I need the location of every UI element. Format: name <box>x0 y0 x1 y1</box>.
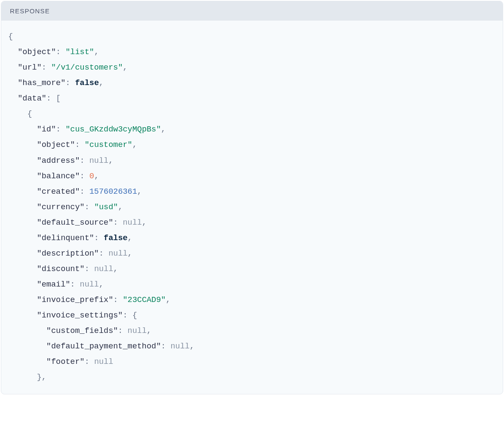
json-key: "url" <box>18 63 42 72</box>
json-key: "balance" <box>37 172 80 181</box>
json-value: null <box>80 280 99 289</box>
json-key: "default_payment_method" <box>46 342 161 351</box>
json-key: "default_source" <box>37 218 114 227</box>
json-key: "description" <box>37 249 99 258</box>
json-value: "cus_GKzddw3cyMQpBs" <box>65 125 161 134</box>
json-value: null <box>123 218 141 227</box>
json-key: "custom_fields" <box>46 326 118 336</box>
json-value: false <box>104 234 128 243</box>
json-value: 0 <box>89 172 94 181</box>
json-value: "list" <box>65 48 94 57</box>
json-key: "currency" <box>37 203 85 212</box>
json-key: "object" <box>18 48 56 57</box>
json-value: false <box>75 79 99 88</box>
json-value: null <box>171 342 190 351</box>
json-key: "footer" <box>46 357 85 366</box>
json-key: "email" <box>37 280 71 289</box>
json-value: null <box>94 357 113 366</box>
response-panel: RESPONSE { "object": "list", "url": "/v1… <box>1 1 503 394</box>
json-key: "discount" <box>37 265 85 274</box>
json-value: 1576026361 <box>89 187 137 196</box>
json-key: "has_more" <box>18 79 65 88</box>
json-value: "customer" <box>85 140 132 149</box>
response-title: RESPONSE <box>10 7 50 15</box>
json-value: null <box>128 326 147 336</box>
response-body: { "object": "list", "url": "/v1/customer… <box>1 21 503 394</box>
json-value: null <box>94 265 113 274</box>
json-key: "id" <box>37 125 56 134</box>
json-key: "invoice_settings" <box>37 311 123 320</box>
json-key: "invoice_prefix" <box>37 296 114 305</box>
response-header: RESPONSE <box>1 1 503 21</box>
json-key: "object" <box>37 140 75 149</box>
json-key: "delinquent" <box>37 234 94 243</box>
json-value: null <box>108 249 127 258</box>
json-value: "usd" <box>94 203 118 212</box>
json-key: "address" <box>37 156 80 165</box>
json-value: "/v1/customers" <box>51 63 123 72</box>
json-key: "created" <box>37 187 80 196</box>
json-value: null <box>89 156 108 165</box>
json-key: "data" <box>18 94 46 103</box>
json-value: "23CCAD9" <box>123 296 166 305</box>
